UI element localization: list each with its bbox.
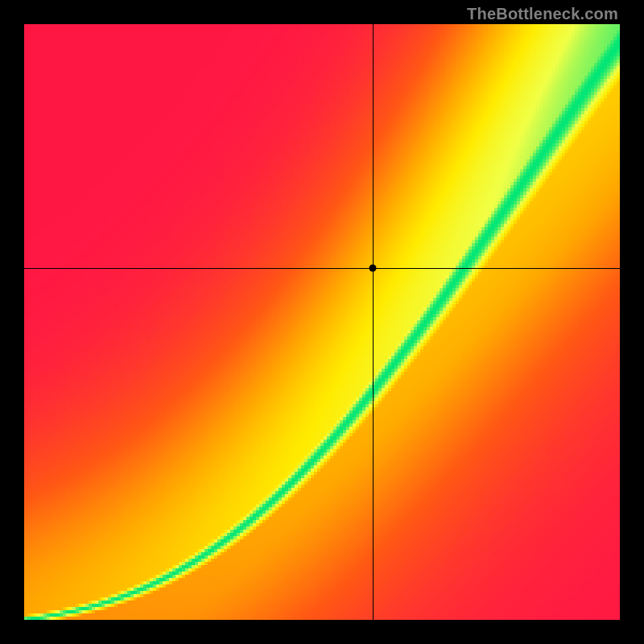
- heatmap-canvas: [24, 24, 620, 620]
- crosshair-horizontal: [24, 268, 620, 269]
- crosshair-marker-dot: [369, 265, 376, 272]
- crosshair-vertical: [373, 24, 374, 620]
- heatmap-plot: [24, 24, 620, 620]
- watermark-text: TheBottleneck.com: [467, 5, 618, 23]
- chart-frame: TheBottleneck.com: [0, 0, 644, 644]
